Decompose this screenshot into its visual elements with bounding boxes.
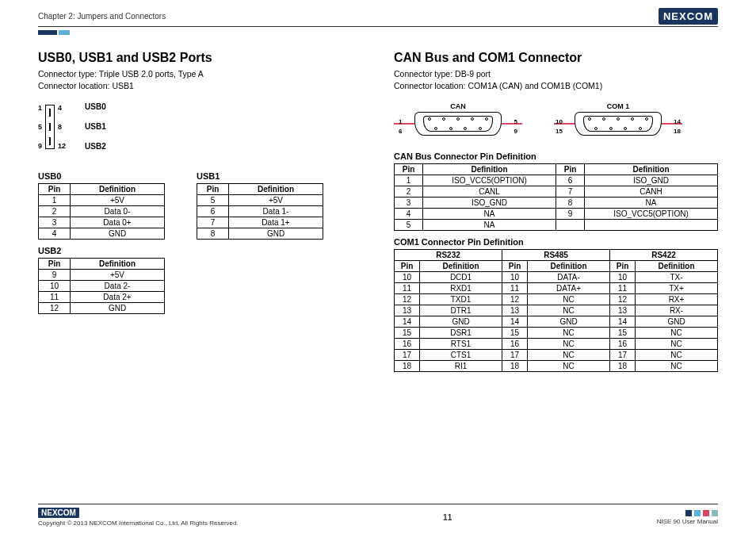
- can-connector-type: Connector type: DB-9 port: [394, 68, 718, 80]
- usb2-table: PinDefinition 9+5V 10Data 2- 11Data 2+ 1…: [38, 258, 165, 314]
- usb-section-title: USB0, USB1 and USB2 Ports: [38, 51, 362, 65]
- db9-pin-num: 6: [399, 128, 402, 135]
- chapter-label: Chapter 2: Jumpers and Connectors: [38, 12, 166, 21]
- db9-com1-label: COM 1: [554, 102, 682, 110]
- footer-logo: NEXCOM: [38, 508, 79, 518]
- com1-table: RS232 RS485 RS422 PinDefinition PinDefin…: [394, 249, 718, 372]
- db9-pin-num: 10: [556, 118, 563, 125]
- can-section-title: CAN Bus and COM1 Connector: [394, 51, 718, 65]
- nexcom-logo: NEXCOM: [659, 8, 718, 25]
- usb-diagram: 1 5 9 4 8 12 USB0: [38, 102, 197, 151]
- manual-title: NISE 90 User Manual: [657, 518, 718, 525]
- db9-diagram: CAN 1 6 5 9: [394, 102, 718, 137]
- db9-pin-num: 18: [674, 128, 681, 135]
- usb-port-label: USB1: [85, 122, 106, 131]
- usb-port-label: USB0: [85, 102, 106, 111]
- usb-connector-location: Connector location: USB1: [38, 80, 362, 92]
- db9-pin-num: 15: [556, 128, 563, 135]
- usb2-table-title: USB2: [38, 246, 165, 255]
- usb-port-label: USB2: [85, 142, 106, 151]
- usb1-table-title: USB1: [197, 171, 323, 181]
- usb1-table: PinDefinition 5+5V 6Data 1- 7Data 1+ 8GN…: [197, 183, 323, 240]
- usb-pin-label: 12: [58, 142, 66, 150]
- db9-pin-num: 9: [514, 128, 517, 135]
- usb-pin-label: 8: [58, 123, 66, 131]
- db9-can-label: CAN: [394, 102, 522, 110]
- db9-pin-num: 1: [399, 118, 402, 125]
- can-table-title: CAN Bus Connector Pin Definition: [394, 151, 718, 161]
- page-number: 11: [443, 513, 452, 522]
- usb-pin-label: 4: [58, 104, 66, 112]
- usb-pin-label: 5: [38, 123, 42, 131]
- usb-pin-label: 9: [38, 142, 42, 150]
- com1-table-title: COM1 Connector Pin Definition: [394, 237, 718, 247]
- usb0-table-title: USB0: [38, 171, 165, 181]
- usb-connector-type: Connector type: Triple USB 2.0 ports, Ty…: [38, 68, 362, 80]
- db9-pin-num: 5: [514, 118, 517, 125]
- db9-pin-num: 14: [674, 118, 681, 125]
- usb0-table: PinDefinition 1+5V 2Data 0- 3Data 0+ 4GN…: [38, 183, 165, 240]
- can-connector-location: Connector location: COM1A (CAN) and COM1…: [394, 80, 718, 92]
- copyright-text: Copyright © 2013 NEXCOM International Co…: [38, 520, 239, 527]
- accent-bars: [38, 30, 718, 35]
- usb-pin-label: 1: [38, 104, 42, 112]
- can-table: PinDefinition PinDefinition 1ISO_VCC5(OP…: [394, 163, 718, 231]
